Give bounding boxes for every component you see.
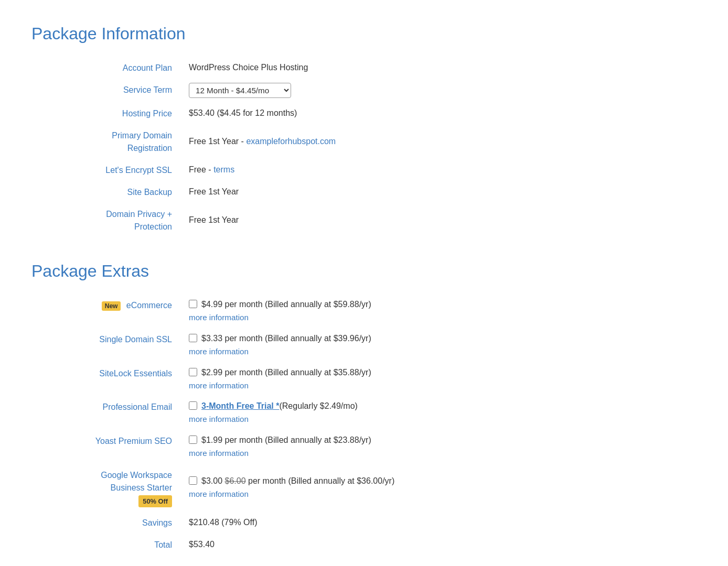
package-extras-table: New eCommerce $4.99 per month (Billed an… [31, 294, 697, 556]
google-workspace-price: $3.00 $6.00 per month (Billed annually a… [201, 475, 394, 487]
total-value: $53.40 [178, 534, 697, 556]
primary-domain-link[interactable]: exampleforhubspot.com [246, 137, 336, 146]
domain-privacy-label: Domain Privacy +Protection [31, 203, 178, 237]
savings-value: $210.48 (79% Off) [178, 511, 697, 534]
primary-domain-prefix: Free 1st Year - [189, 137, 246, 146]
hosting-price-label: Hosting Price [31, 102, 178, 124]
package-info-title: Package Information [31, 21, 697, 46]
yoast-checkbox[interactable] [189, 436, 197, 444]
yoast-value: $1.99 per month (Billed annually at $23.… [178, 430, 697, 464]
ecommerce-more-link[interactable]: more information [189, 312, 690, 324]
google-workspace-value: $3.00 $6.00 per month (Billed annually a… [178, 464, 697, 511]
google-workspace-more-link[interactable]: more information [189, 488, 690, 500]
total-label: Total [31, 534, 178, 556]
sitelock-price: $2.99 per month (Billed annually at $35.… [201, 366, 371, 379]
service-term-select[interactable]: 12 Month - $4.45/mo [189, 83, 291, 98]
domain-privacy-value: Free 1st Year [178, 203, 697, 237]
site-backup-label: Site Backup [31, 181, 178, 203]
ssl-value: Free - terms [178, 159, 697, 181]
yoast-price-row: $1.99 per month (Billed annually at $23.… [189, 434, 690, 447]
google-workspace-price-prefix: $3.00 [201, 476, 224, 485]
service-term-value[interactable]: 12 Month - $4.45/mo [178, 79, 697, 102]
single-domain-ssl-value: $3.33 per month (Billed annually at $39.… [178, 328, 697, 362]
single-domain-ssl-checkbox[interactable] [189, 334, 197, 342]
ssl-prefix: Free - [189, 165, 213, 174]
sitelock-value: $2.99 per month (Billed annually at $35.… [178, 362, 697, 396]
savings-label: Savings [31, 511, 178, 534]
sitelock-more-link[interactable]: more information [189, 380, 690, 392]
hosting-price-row: Hosting Price $53.40 ($4.45 for 12 month… [31, 102, 697, 124]
sitelock-label: SiteLock Essentials [31, 362, 178, 396]
single-domain-ssl-label: Single Domain SSL [31, 328, 178, 362]
single-domain-ssl-price: $3.33 per month (Billed annually at $39.… [201, 332, 371, 345]
site-backup-row: Site Backup Free 1st Year [31, 181, 697, 203]
package-info-table: Account Plan WordPress Choice Plus Hosti… [31, 57, 697, 237]
sitelock-checkbox[interactable] [189, 368, 197, 376]
total-row: Total $53.40 [31, 534, 697, 556]
ecommerce-price-row: $4.99 per month (Billed annually at $59.… [189, 298, 690, 311]
google-workspace-price-suffix: per month (Billed annually at $36.00/yr) [246, 476, 395, 485]
primary-domain-label: Primary DomainRegistration [31, 124, 178, 159]
account-plan-label: Account Plan [31, 57, 178, 79]
yoast-row: Yoast Premium SEO $1.99 per month (Bille… [31, 430, 697, 464]
service-term-label: Service Term [31, 79, 178, 102]
yoast-price: $1.99 per month (Billed annually at $23.… [201, 434, 371, 447]
google-workspace-price-row: $3.00 $6.00 per month (Billed annually a… [189, 475, 690, 487]
savings-row: Savings $210.48 (79% Off) [31, 511, 697, 534]
sitelock-row: SiteLock Essentials $2.99 per month (Bil… [31, 362, 697, 396]
ssl-label: Let's Encrypt SSL [31, 159, 178, 181]
professional-email-label: Professional Email [31, 396, 178, 430]
ssl-terms-link[interactable]: terms [213, 165, 234, 174]
ecommerce-checkbox[interactable] [189, 300, 197, 308]
google-workspace-strike-price: $6.00 [224, 476, 245, 485]
yoast-label: Yoast Premium SEO [31, 430, 178, 464]
account-plan-row: Account Plan WordPress Choice Plus Hosti… [31, 57, 697, 79]
google-workspace-checkbox[interactable] [189, 476, 197, 485]
ecommerce-row: New eCommerce $4.99 per month (Billed an… [31, 294, 697, 328]
ecommerce-price: $4.99 per month (Billed annually at $59.… [201, 298, 371, 311]
google-workspace-row: Google WorkspaceBusiness Starter 50% Off… [31, 464, 697, 511]
professional-email-value: 3-Month Free Trial * (Regularly $2.49/mo… [178, 396, 697, 430]
professional-email-more-link[interactable]: more information [189, 413, 690, 426]
domain-privacy-row: Domain Privacy +Protection Free 1st Year [31, 203, 697, 237]
professional-email-price-row: 3-Month Free Trial * (Regularly $2.49/mo… [189, 400, 690, 412]
single-domain-ssl-more-link[interactable]: more information [189, 346, 690, 358]
service-term-row: Service Term 12 Month - $4.45/mo [31, 79, 697, 102]
ssl-row: Let's Encrypt SSL Free - terms [31, 159, 697, 181]
ecommerce-label: New eCommerce [31, 294, 178, 328]
professional-email-checkbox[interactable] [189, 401, 197, 410]
ecommerce-value: $4.99 per month (Billed annually at $59.… [178, 294, 697, 328]
account-plan-value: WordPress Choice Plus Hosting [178, 57, 697, 79]
single-domain-ssl-price-row: $3.33 per month (Billed annually at $39.… [189, 332, 690, 345]
sitelock-price-row: $2.99 per month (Billed annually at $35.… [189, 366, 690, 379]
new-badge: New [102, 301, 121, 311]
single-domain-ssl-row: Single Domain SSL $3.33 per month (Bille… [31, 328, 697, 362]
professional-email-row: Professional Email 3-Month Free Trial * … [31, 396, 697, 430]
professional-email-suffix: (Regularly $2.49/mo) [279, 400, 357, 412]
yoast-more-link[interactable]: more information [189, 448, 690, 460]
google-workspace-label: Google WorkspaceBusiness Starter 50% Off [31, 464, 178, 511]
primary-domain-value: Free 1st Year - exampleforhubspot.com [178, 124, 697, 159]
off-badge: 50% Off [138, 495, 172, 507]
package-extras-title: Package Extras [31, 258, 697, 284]
professional-email-trial-link[interactable]: 3-Month Free Trial * [201, 400, 279, 412]
hosting-price-value: $53.40 ($4.45 for 12 months) [178, 102, 697, 124]
primary-domain-row: Primary DomainRegistration Free 1st Year… [31, 124, 697, 159]
site-backup-value: Free 1st Year [178, 181, 697, 203]
